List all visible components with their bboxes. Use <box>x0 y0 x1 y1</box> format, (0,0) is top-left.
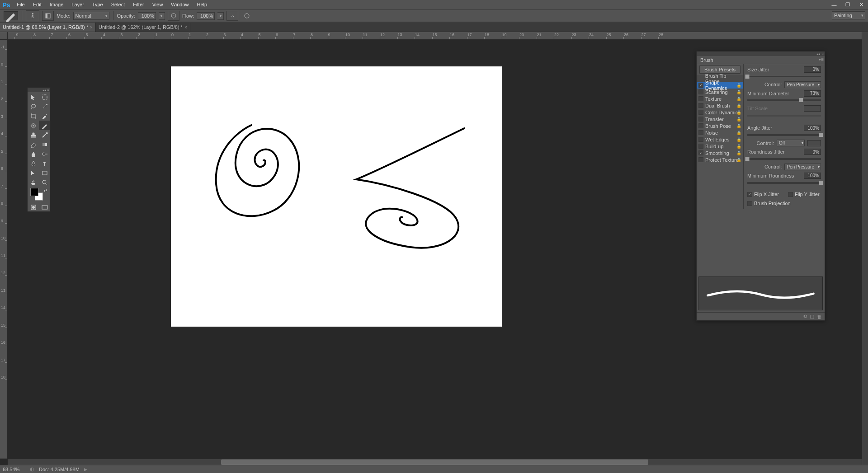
eraser-tool[interactable] <box>28 140 39 149</box>
horizontal-ruler[interactable]: -9-8-7-6-5-4-3-2-10123456789101112131415… <box>8 32 862 40</box>
tools-panel-header[interactable]: ◂◂ × <box>28 88 50 92</box>
brush-option-noise[interactable]: Noise🔒 <box>697 129 743 136</box>
brush-option-texture[interactable]: Texture🔒 <box>697 95 743 102</box>
mode-select[interactable]: Normal <box>73 12 109 20</box>
current-tool-icon[interactable] <box>4 11 18 20</box>
close-icon[interactable]: × <box>821 52 824 56</box>
document-tab[interactable]: Untitled-1 @ 68.5% (Layer 1, RGB/8) * × <box>0 23 96 32</box>
brush-projection-checkbox[interactable]: Brush Projection <box>747 200 821 207</box>
brush-tab[interactable]: Brush <box>697 56 717 64</box>
workspace-select[interactable]: Painting <box>832 11 865 19</box>
dodge-tool[interactable] <box>39 149 50 159</box>
toggle-brush-panel-button[interactable] <box>42 11 54 21</box>
right-dock-collapsed[interactable] <box>862 32 868 465</box>
screenmode-button[interactable] <box>39 203 50 211</box>
swap-colors-icon[interactable]: ⇄ <box>44 188 47 192</box>
brush-option-smoothing[interactable]: ✓Smoothing🔒 <box>697 150 743 156</box>
lasso-tool[interactable] <box>28 102 39 111</box>
shape-tool[interactable] <box>39 168 50 178</box>
toggle-preview-icon[interactable]: ⟲ <box>803 314 807 319</box>
quickmask-button[interactable] <box>28 203 39 211</box>
flip-y-jitter-checkbox[interactable]: Flip Y Jitter <box>788 191 820 198</box>
angle-control-select[interactable]: Off <box>777 140 805 146</box>
stamp-tool[interactable] <box>28 130 39 140</box>
type-tool[interactable]: T <box>39 159 50 168</box>
roundness-jitter-slider[interactable] <box>747 158 821 160</box>
opacity-dropdown[interactable]: ▾ <box>159 12 165 20</box>
blur-tool[interactable] <box>28 149 39 159</box>
status-icon[interactable]: ◐ <box>30 466 34 472</box>
collapse-icon[interactable]: ◂◂ <box>42 88 46 92</box>
eyedropper-tool[interactable] <box>39 111 50 121</box>
brush-option-build-up[interactable]: Build-up🔒 <box>697 143 743 150</box>
angle-jitter-slider[interactable] <box>747 134 821 136</box>
menu-help[interactable]: Help <box>193 0 211 9</box>
collapse-icon[interactable]: ◂◂ <box>816 52 820 56</box>
new-brush-icon[interactable]: ▢ <box>810 314 814 319</box>
roundness-control-select[interactable]: Pen Pressure <box>784 164 821 170</box>
min-diameter-input[interactable]: 73% <box>804 90 821 97</box>
status-menu-icon[interactable]: ▶ <box>84 467 87 472</box>
brush-option-dual-brush[interactable]: Dual Brush🔒 <box>697 102 743 109</box>
document-tab[interactable]: Untitled-2 @ 162% (Layer 1, RGB/8) * × <box>96 23 190 32</box>
delete-brush-icon[interactable]: 🗑 <box>817 314 822 319</box>
brush-tool[interactable] <box>39 121 50 130</box>
size-pressure-button[interactable] <box>241 11 253 21</box>
size-jitter-slider[interactable] <box>747 76 821 78</box>
menu-view[interactable]: View <box>148 0 167 9</box>
menu-file[interactable]: File <box>13 0 29 9</box>
horizontal-scrollbar[interactable] <box>8 459 862 465</box>
min-roundness-input[interactable]: 100% <box>804 173 821 179</box>
minimize-button[interactable]: — <box>827 0 841 9</box>
history-brush-tool[interactable] <box>39 130 50 140</box>
min-diameter-slider[interactable] <box>747 99 821 101</box>
brush-option-wet-edges[interactable]: Wet Edges🔒 <box>697 136 743 143</box>
brush-option-shape-dynamics[interactable]: ✓Shape Dynamics🔒 <box>697 82 743 89</box>
opacity-pressure-button[interactable] <box>168 11 179 21</box>
flow-input[interactable]: 100% <box>197 12 215 20</box>
brush-preset-picker[interactable]: 6 <box>26 10 39 21</box>
zoom-tool[interactable] <box>39 178 50 187</box>
flow-dropdown[interactable]: ▾ <box>217 12 224 20</box>
menu-image[interactable]: Image <box>46 0 68 9</box>
brush-option-transfer[interactable]: Transfer🔒 <box>697 116 743 122</box>
scroll-thumb[interactable] <box>221 459 648 465</box>
canvas[interactable] <box>171 66 502 327</box>
menu-window[interactable]: Window <box>167 0 193 9</box>
brush-option-protect-texture[interactable]: Protect Texture🔒 <box>697 156 743 163</box>
size-control-select[interactable]: Pen Pressure <box>784 81 821 88</box>
brush-option-brush-pose[interactable]: Brush Pose🔒 <box>697 122 743 129</box>
close-button[interactable]: ✕ <box>854 0 868 9</box>
menu-layer[interactable]: Layer <box>67 0 88 9</box>
path-select-tool[interactable] <box>28 168 39 178</box>
panel-menu-icon[interactable]: ▾≡ <box>819 57 824 62</box>
foreground-color[interactable] <box>30 188 38 196</box>
ruler-origin[interactable] <box>0 32 8 40</box>
maximize-button[interactable]: ❐ <box>841 0 854 9</box>
roundness-jitter-input[interactable]: 0% <box>804 149 821 155</box>
close-tab-icon[interactable]: × <box>90 25 93 30</box>
vertical-ruler[interactable]: -10123456789101112131415161718 <box>0 40 8 459</box>
gradient-tool[interactable] <box>39 140 50 149</box>
brush-option-color-dynamics[interactable]: Color Dynamics🔒 <box>697 109 743 116</box>
angle-jitter-input[interactable]: 100% <box>804 125 821 131</box>
zoom-level[interactable]: 68.54% <box>3 467 25 472</box>
wand-tool[interactable] <box>39 102 50 111</box>
brush-option-scattering[interactable]: Scattering🔒 <box>697 89 743 95</box>
menu-filter[interactable]: Filter <box>129 0 148 9</box>
min-roundness-slider[interactable] <box>747 182 821 184</box>
menu-edit[interactable]: Edit <box>29 0 46 9</box>
brush-presets-button[interactable]: Brush Presets <box>699 66 741 74</box>
airbrush-button[interactable] <box>226 11 238 21</box>
close-tab-icon[interactable]: × <box>184 25 187 30</box>
flip-x-jitter-checkbox[interactable]: ✓Flip X Jitter <box>747 191 779 198</box>
close-icon[interactable]: × <box>47 88 49 92</box>
healing-tool[interactable] <box>28 121 39 130</box>
pen-tool[interactable] <box>28 159 39 168</box>
opacity-input[interactable]: 100% <box>138 12 156 20</box>
brush-panel-header[interactable]: ◂◂ × <box>697 52 825 56</box>
move-tool[interactable] <box>28 92 39 102</box>
marquee-tool[interactable] <box>39 92 50 102</box>
size-jitter-input[interactable]: 0% <box>804 66 821 73</box>
crop-tool[interactable] <box>28 111 39 121</box>
